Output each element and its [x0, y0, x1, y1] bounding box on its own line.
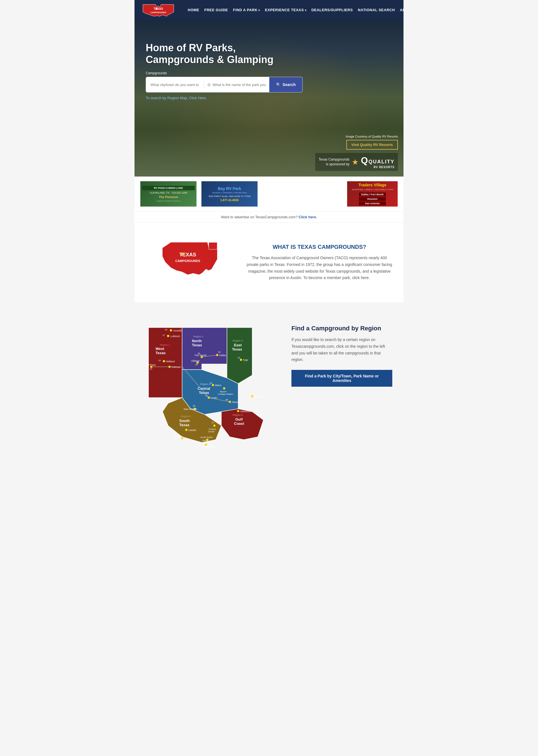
city-search-input[interactable]: [146, 79, 204, 91]
ad-bay-rv[interactable]: Bay RV Park Houston | Galveston | Kemah …: [201, 181, 258, 207]
ad-preserve[interactable]: RV PADS·CABINS·LAND CLEVELAND, TX · 713-…: [140, 181, 197, 207]
sanantonio-label: San Antonio: [184, 408, 197, 410]
sponsor-overlay: Image Courtesy of Quality RV Resorts Vis…: [315, 135, 398, 171]
nav-find-park[interactable]: FIND A PARK: [233, 8, 260, 12]
mcallen-label: McAllen: [174, 435, 183, 438]
svg-rect-4: [209, 243, 217, 249]
houston-label: Houston: [232, 401, 241, 404]
amarillo-label: Amarillo: [173, 329, 183, 332]
search-button[interactable]: 🔍 Search: [269, 77, 302, 92]
nav-experience-texas[interactable]: EXPERIENCE TEXAS: [265, 8, 306, 12]
advertise-text: Want to advertise on TexasCampgrounds.co…: [221, 215, 297, 219]
elpaso-label: El Paso: [147, 363, 156, 366]
region-section: Region 1 West Texas Region 2 North Texas…: [134, 302, 404, 460]
nav-free-guide[interactable]: FREE GUIDE: [204, 8, 228, 12]
southpadre-label: South Padre: [200, 436, 213, 439]
region-4-name2: Texas: [199, 391, 209, 395]
bay-rv-address: 3322 FM517 South, SAN LEON TX 77539: [208, 195, 250, 197]
region-1-west-texas[interactable]: [148, 328, 182, 398]
beaumont-dot[interactable]: [251, 395, 253, 397]
dallas-number: 30: [218, 351, 221, 353]
waco-dot[interactable]: [212, 384, 214, 386]
svg-text:CAMPGROUNDS: CAMPGROUNDS: [175, 259, 200, 263]
abilene-label: Abilene: [191, 359, 199, 362]
what-is-title: WHAT IS TEXAS CAMPGROUNDS?: [246, 244, 392, 250]
tyler-dot[interactable]: [240, 359, 242, 361]
corpuschristi-label: Corpus: [209, 428, 216, 430]
lubbock-dot[interactable]: [167, 335, 169, 337]
tyler-label: Tyler: [243, 359, 248, 361]
nav-advertise[interactable]: ADVERTISE WITH US: [400, 8, 404, 12]
search-label: Campgrounds: [146, 71, 303, 75]
nav-home[interactable]: HOME: [188, 8, 199, 12]
texas-map-svg: Region 1 West Texas Region 2 North Texas…: [146, 313, 275, 448]
sponsor-logo: Texas Campgrounds is sponsored by ★ QQUA…: [315, 153, 398, 171]
traders-city-3: San Antonio: [359, 201, 386, 205]
region-2-name2: Texas: [192, 343, 202, 347]
midland-number: 20: [158, 359, 161, 362]
advertise-bar: Want to advertise on TexasCampgrounds.co…: [134, 212, 404, 223]
corpuschristi-dot[interactable]: [213, 424, 215, 427]
location-icon: ⊙: [207, 82, 211, 87]
svg-text:★: ★: [155, 7, 158, 10]
region-6-name2: Texas: [179, 423, 189, 427]
advertise-link[interactable]: Click here.: [299, 215, 317, 219]
region-3-east-texas[interactable]: [227, 328, 252, 384]
svg-text:★: ★: [180, 251, 185, 257]
bay-rv-phone: 1-877-41-6555: [220, 199, 239, 202]
amarillo-dot[interactable]: [170, 329, 172, 332]
bryancollege-label: Bryan/: [220, 390, 227, 393]
hero-section: Home of RV Parks, Campgrounds & Glamping…: [134, 20, 404, 177]
bryancollege-dot[interactable]: [223, 387, 225, 390]
svg-text:CAMPGROUNDS: CAMPGROUNDS: [150, 12, 166, 14]
region-5-label: Region 5: [233, 413, 242, 416]
fortworth-label: Fort Worth: [195, 354, 206, 357]
hero-content: Home of RV Parks, Campgrounds & Glamping…: [134, 20, 314, 112]
region-2-label: Region 2: [193, 335, 203, 338]
region-1-name2: Texas: [155, 351, 166, 355]
sanantonio-number: 35: [193, 405, 195, 407]
laredo-dot[interactable]: [185, 429, 188, 431]
traders-title: Traders Village: [358, 183, 386, 187]
visit-quality-button[interactable]: Visit Quality RV Resorts: [346, 140, 398, 150]
region-1-label: Region 1: [160, 344, 170, 346]
find-park-button[interactable]: Find a Park by City/Town, Park Name or A…: [292, 370, 392, 387]
region-link-text: To search by Region Map, Click Here.: [146, 96, 207, 100]
region-3-label: Region 3: [233, 339, 242, 342]
hero-title: Home of RV Parks, Campgrounds & Glamping: [146, 42, 303, 66]
corpuschristi-number: 37: [212, 421, 214, 424]
ad-preserve-phone: CLEVELAND, TX · 713-231-1100: [150, 191, 187, 194]
houston-number: 69: [226, 399, 228, 401]
svg-marker-0: [143, 5, 174, 16]
image-courtesy-text: Image Courtesy of Quality RV Resorts: [315, 135, 398, 138]
southpadre-label2: Island: [202, 439, 208, 442]
odessa-label: Odessa: [172, 366, 180, 368]
nav-national-search[interactable]: NATIONAL SEARCH: [358, 8, 395, 12]
region-info-text: If you would like to search by a certain…: [292, 337, 392, 363]
galveston-dot[interactable]: [237, 410, 239, 412]
search-icon: 🔍: [276, 82, 281, 87]
quality-star-icon: ★: [352, 157, 359, 167]
site-header: TEXAS ★ CAMPGROUNDS HOME FREE GUIDE FIND…: [134, 0, 404, 20]
traders-city-2: Houston: [359, 197, 386, 201]
region-map-link[interactable]: To search by Region Map, Click Here.: [146, 96, 207, 100]
nav-dealers[interactable]: DEALERS/SUPPLIERS: [311, 8, 353, 12]
ad-preserve-bottom: LAKES·RIVERS·POOLS: [156, 200, 181, 202]
logo[interactable]: TEXAS ★ CAMPGROUNDS: [140, 2, 177, 18]
park-search-input[interactable]: [212, 83, 266, 87]
what-is-text: The Texas Association of Campground Owne…: [246, 255, 392, 281]
midland-dot[interactable]: [163, 360, 165, 362]
bay-rv-title: Bay RV Park: [218, 186, 241, 191]
bay-rv-subtitle: Houston | Galveston | Kemah Area: [212, 191, 247, 194]
traders-cities: Dallas / Fort Worth Houston San Antonio: [359, 192, 386, 205]
laredo-label: Laredo: [188, 429, 196, 432]
what-is-logo: TEXAS ★ CAMPGROUNDS: [146, 237, 230, 288]
region-2-north-texas[interactable]: [182, 328, 227, 370]
dallas-label: Dallas: [219, 354, 226, 357]
search-box: ⊙ 🔍 Search: [146, 77, 303, 92]
region-3-name2: Texas: [232, 347, 242, 351]
traders-city-1: Dallas / Fort Worth: [359, 192, 386, 196]
ad-preserve-top: RV PADS·CABINS·LAND: [142, 186, 195, 190]
ad-traders-village[interactable]: Traders Village SHOPPING • RIDES • FESTI…: [347, 181, 398, 207]
sponsor-text: Texas Campgrounds is sponsored by: [319, 157, 350, 167]
